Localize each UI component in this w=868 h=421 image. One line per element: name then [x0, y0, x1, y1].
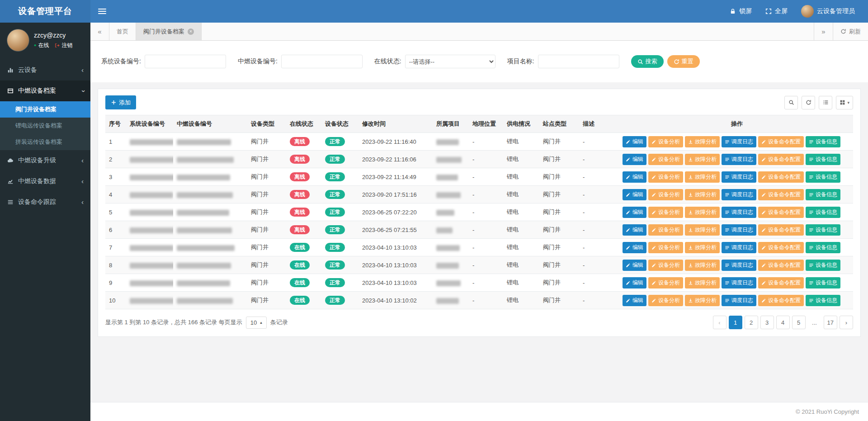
- device-analysis-button[interactable]: 设备分析: [648, 224, 683, 236]
- add-button[interactable]: 添加: [105, 95, 136, 109]
- tabs-scroll-left-button[interactable]: «: [90, 23, 109, 40]
- page-button[interactable]: 2: [745, 316, 758, 329]
- user-menu[interactable]: 云设备管理员: [794, 0, 862, 23]
- sidebar-subitem[interactable]: 拼装远传设备档案: [0, 134, 90, 150]
- refresh-tab-button[interactable]: 刷新: [833, 23, 868, 40]
- device-info-button[interactable]: 设备信息: [806, 224, 840, 236]
- edit-button[interactable]: 编辑: [623, 242, 646, 253]
- dispatch-log-button[interactable]: 调度日志: [722, 295, 756, 306]
- sidebar-subitem[interactable]: 阀门井设备档案: [0, 101, 90, 118]
- page-button[interactable]: 1: [729, 316, 742, 329]
- table-refresh-button[interactable]: [802, 96, 815, 109]
- device-info-button[interactable]: 设备信息: [806, 207, 840, 218]
- command-config-button[interactable]: 设备命令配置: [758, 136, 804, 147]
- command-config-button[interactable]: 设备命令配置: [758, 171, 804, 183]
- sidebar-item-link[interactable]: 中燃设备升级‹: [0, 150, 90, 171]
- device-info-button[interactable]: 设备信息: [806, 277, 840, 289]
- tabs-scroll-right-button[interactable]: »: [814, 23, 833, 40]
- table-search-button[interactable]: [784, 96, 798, 109]
- fault-analysis-button[interactable]: 故障分析: [685, 189, 720, 200]
- edit-button[interactable]: 编辑: [623, 136, 646, 147]
- page-button[interactable]: 5: [792, 316, 806, 329]
- online-status-select[interactable]: --请选择--: [405, 55, 495, 68]
- edit-button[interactable]: 编辑: [623, 154, 646, 165]
- command-config-button[interactable]: 设备命令配置: [758, 207, 804, 218]
- dispatch-log-button[interactable]: 调度日志: [722, 136, 756, 147]
- command-config-button[interactable]: 设备命令配置: [758, 224, 804, 236]
- page-button[interactable]: 3: [760, 316, 774, 329]
- device-info-button[interactable]: 设备信息: [806, 295, 840, 306]
- device-analysis-button[interactable]: 设备分析: [648, 136, 683, 147]
- action-label: 设备命令配置: [768, 173, 801, 181]
- fault-analysis-button[interactable]: 故障分析: [685, 154, 720, 165]
- fault-analysis-button[interactable]: 故障分析: [685, 224, 720, 236]
- fault-analysis-button[interactable]: 故障分析: [685, 242, 720, 253]
- reset-button[interactable]: 重置: [667, 55, 700, 68]
- device-analysis-button[interactable]: 设备分析: [648, 207, 683, 218]
- device-info-button[interactable]: 设备信息: [806, 154, 840, 165]
- close-tab-icon[interactable]: ×: [188, 28, 194, 35]
- device-info-button[interactable]: 设备信息: [806, 242, 840, 253]
- dispatch-log-button[interactable]: 调度日志: [722, 260, 756, 271]
- device-analysis-button[interactable]: 设备分析: [648, 154, 683, 165]
- device-info-button[interactable]: 设备信息: [806, 171, 840, 183]
- sidebar-toggle-button[interactable]: [90, 0, 114, 23]
- sidebar-item-link[interactable]: 中燃设备数据‹: [0, 171, 90, 192]
- dispatch-log-button[interactable]: 调度日志: [722, 154, 756, 165]
- fault-analysis-button[interactable]: 故障分析: [685, 136, 720, 147]
- device-info-button[interactable]: 设备信息: [806, 136, 840, 147]
- fullscreen-button[interactable]: 全屏: [759, 0, 794, 23]
- prev-page-button[interactable]: ‹: [713, 316, 726, 329]
- sidebar-item-link[interactable]: 云设备‹: [0, 60, 90, 80]
- page-button[interactable]: 17: [824, 316, 837, 329]
- sidebar-item-link[interactable]: 设备命令跟踪‹: [0, 192, 90, 213]
- edit-button[interactable]: 编辑: [623, 171, 646, 183]
- page-button[interactable]: 4: [776, 316, 790, 329]
- tab-active[interactable]: 阀门井设备档案×: [136, 23, 202, 40]
- command-config-button[interactable]: 设备命令配置: [758, 242, 804, 253]
- search-button[interactable]: 搜索: [631, 55, 664, 68]
- lock-screen-button[interactable]: 锁屏: [723, 0, 759, 23]
- logout-link[interactable]: 注销: [61, 42, 72, 49]
- fault-analysis-button[interactable]: 故障分析: [685, 207, 720, 218]
- command-config-button[interactable]: 设备命令配置: [758, 295, 804, 306]
- command-config-button[interactable]: 设备命令配置: [758, 277, 804, 289]
- device-info-button[interactable]: 设备信息: [806, 189, 840, 200]
- page-size-select[interactable]: 10 ▴: [246, 317, 267, 329]
- device-info-button[interactable]: 设备信息: [806, 260, 840, 271]
- edit-button[interactable]: 编辑: [623, 224, 646, 236]
- device-analysis-button[interactable]: 设备分析: [648, 295, 683, 306]
- search-text-input[interactable]: [538, 55, 619, 68]
- fault-analysis-button[interactable]: 故障分析: [685, 277, 720, 289]
- device-analysis-button[interactable]: 设备分析: [648, 242, 683, 253]
- dispatch-log-button[interactable]: 调度日志: [722, 224, 756, 236]
- dispatch-log-button[interactable]: 调度日志: [722, 242, 756, 253]
- edit-button[interactable]: 编辑: [623, 189, 646, 200]
- table-layout-button[interactable]: ▾: [836, 96, 853, 109]
- sidebar-subitem[interactable]: 锂电远传设备档案: [0, 118, 90, 134]
- dispatch-log-button[interactable]: 调度日志: [722, 171, 756, 183]
- command-config-button[interactable]: 设备命令配置: [758, 154, 804, 165]
- search-text-input[interactable]: [145, 55, 226, 68]
- device-analysis-button[interactable]: 设备分析: [648, 171, 683, 183]
- fault-analysis-button[interactable]: 故障分析: [685, 260, 720, 271]
- dispatch-log-button[interactable]: 调度日志: [722, 207, 756, 218]
- command-config-button[interactable]: 设备命令配置: [758, 189, 804, 200]
- edit-button[interactable]: 编辑: [623, 207, 646, 218]
- fault-analysis-button[interactable]: 故障分析: [685, 295, 720, 306]
- tab-item[interactable]: 首页: [109, 23, 136, 40]
- dispatch-log-button[interactable]: 调度日志: [722, 189, 756, 200]
- edit-button[interactable]: 编辑: [623, 277, 646, 289]
- command-config-button[interactable]: 设备命令配置: [758, 260, 804, 271]
- edit-button[interactable]: 编辑: [623, 295, 646, 306]
- dispatch-log-button[interactable]: 调度日志: [722, 277, 756, 289]
- device-analysis-button[interactable]: 设备分析: [648, 260, 683, 271]
- search-text-input[interactable]: [281, 55, 363, 68]
- device-analysis-button[interactable]: 设备分析: [648, 189, 683, 200]
- edit-button[interactable]: 编辑: [623, 260, 646, 271]
- table-columns-button[interactable]: [819, 96, 832, 109]
- sidebar-item-link[interactable]: 中燃设备档案‹: [0, 80, 90, 101]
- next-page-button[interactable]: ›: [840, 316, 853, 329]
- device-analysis-button[interactable]: 设备分析: [648, 277, 683, 289]
- fault-analysis-button[interactable]: 故障分析: [685, 171, 720, 183]
